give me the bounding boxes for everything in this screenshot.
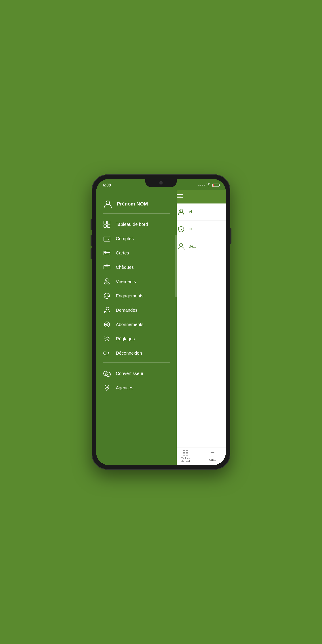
person-icon — [177, 242, 186, 251]
camera — [160, 181, 162, 184]
location-icon — [103, 384, 111, 392]
svg-rect-2 — [107, 221, 110, 224]
menu-item-cartes[interactable]: Cartes — [103, 246, 170, 260]
dashboard-icon — [103, 220, 111, 228]
wallet-icon — [103, 234, 111, 242]
svg-point-21 — [106, 324, 108, 325]
status-icons — [198, 183, 219, 187]
menu-item-comptes[interactable]: Comptes — [103, 232, 170, 246]
panel-item-historique[interactable]: Hi... — [172, 221, 226, 238]
menu-item-deconnexion[interactable]: Déconnexion — [103, 346, 170, 360]
panel-item-virement[interactable]: € Vi... — [172, 204, 226, 221]
svg-point-30 — [106, 386, 108, 388]
screen-content: Prénom NOM — [96, 190, 226, 465]
svg-rect-38 — [183, 450, 185, 452]
svg-rect-42 — [210, 453, 215, 456]
wifi-icon — [206, 183, 211, 187]
top-divider — [103, 213, 170, 214]
hamburger-icon[interactable] — [177, 194, 182, 200]
menu-label-agences: Agences — [116, 385, 133, 390]
bottom-nav-comptes[interactable]: Con... — [199, 451, 226, 461]
menu-label-deconnexion: Déconnexion — [116, 350, 142, 356]
logout-icon — [103, 349, 111, 357]
menu-label-reglages: Réglages — [116, 336, 135, 342]
profile-section: Prénom NOM — [103, 194, 170, 212]
svg-text:€: € — [106, 279, 107, 281]
menu-label-convertisseur: Convertisseur — [116, 371, 143, 376]
currency-icon: € $ — [103, 370, 111, 378]
phone-screen: 6:08 — [96, 179, 226, 465]
right-panel: € Vi... Hi... — [172, 190, 226, 465]
menu-item-tableau-de-bord[interactable]: Tableau de bord — [103, 217, 170, 232]
cheque-icon — [103, 263, 111, 271]
card-icon — [103, 249, 111, 257]
svg-rect-9 — [105, 253, 106, 254]
menu-label-engagements: Engagements — [116, 294, 143, 298]
profile-avatar-icon — [103, 199, 113, 209]
bottom-nav-label-tableau: Tableaude bord — [181, 457, 190, 463]
svg-rect-39 — [186, 450, 188, 452]
panel-label-virement: Vi... — [189, 210, 195, 214]
bottom-nav-bar: Tableaude bord Con... — [172, 447, 226, 465]
menu-item-abonnements[interactable]: Abonnements — [103, 317, 170, 332]
notch — [145, 179, 177, 187]
panel-label-historique: Hi... — [189, 227, 195, 231]
menu-item-agences[interactable]: Agences — [103, 380, 170, 395]
menu-label-tableau: Tableau de bord — [116, 222, 148, 227]
menu-item-engagements[interactable]: Engagements — [103, 289, 170, 303]
main-menu: Tableau de bord Comptes — [103, 217, 170, 360]
settings-icon — [103, 335, 111, 343]
svg-rect-4 — [107, 225, 110, 228]
chart-icon — [103, 292, 111, 300]
svg-text:$: $ — [107, 373, 108, 376]
svg-rect-40 — [183, 453, 185, 455]
request-icon — [103, 306, 111, 314]
menu-item-virements[interactable]: € Virements — [103, 274, 170, 289]
hand-coin-icon: € — [177, 208, 186, 216]
svg-rect-12 — [104, 266, 110, 269]
svg-rect-1 — [104, 221, 106, 224]
panel-label-beneficiaire: Bé... — [189, 244, 196, 248]
nav-drawer: Prénom NOM — [96, 190, 177, 465]
menu-item-cheques[interactable]: Chèques — [103, 260, 170, 274]
transfer-icon: € — [103, 278, 111, 286]
menu-label-comptes: Comptes — [116, 236, 134, 241]
menu-label-cheques: Chèques — [116, 265, 134, 270]
bottom-nav-label-comptes: Con... — [209, 458, 216, 461]
history-icon — [177, 225, 186, 234]
subscription-icon — [103, 320, 111, 328]
menu-item-convertisseur[interactable]: € $ Convertisseur — [103, 366, 170, 380]
phone-frame: 6:08 — [92, 174, 230, 470]
status-time: 6:08 — [103, 183, 111, 188]
svg-point-22 — [106, 338, 108, 340]
panel-item-beneficiaire[interactable]: Bé... — [172, 238, 226, 255]
svg-rect-41 — [186, 453, 188, 455]
svg-text:€: € — [180, 210, 181, 212]
svg-point-18 — [106, 307, 109, 310]
menu-item-demandes[interactable]: Demandes — [103, 303, 170, 317]
panel-header — [172, 190, 226, 204]
profile-name: Prénom NOM — [117, 201, 148, 207]
wallet-nav-icon — [209, 451, 216, 458]
signal-icon — [198, 185, 205, 186]
menu-item-reglages[interactable]: Réglages — [103, 332, 170, 346]
svg-rect-3 — [104, 225, 106, 228]
menu-label-demandes: Demandes — [116, 308, 138, 313]
bottom-divider — [103, 362, 170, 363]
utility-menu: € $ Convertisseur — [103, 366, 170, 395]
menu-label-cartes: Cartes — [116, 250, 129, 256]
battery-icon — [212, 184, 219, 187]
dashboard-nav-icon — [182, 450, 189, 456]
svg-point-37 — [180, 244, 183, 247]
scroll-indicator — [175, 235, 177, 298]
menu-label-virements: Virements — [116, 279, 136, 284]
menu-label-abonnements: Abonnements — [116, 322, 143, 327]
svg-point-23 — [105, 337, 109, 341]
svg-rect-6 — [108, 239, 109, 240]
svg-point-0 — [106, 201, 110, 204]
